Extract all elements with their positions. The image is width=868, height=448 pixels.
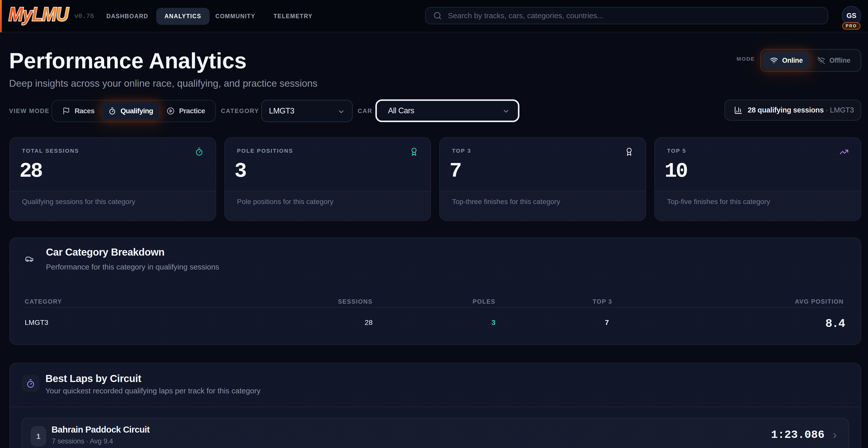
- svg-text:MyLMU: MyLMU: [9, 3, 69, 25]
